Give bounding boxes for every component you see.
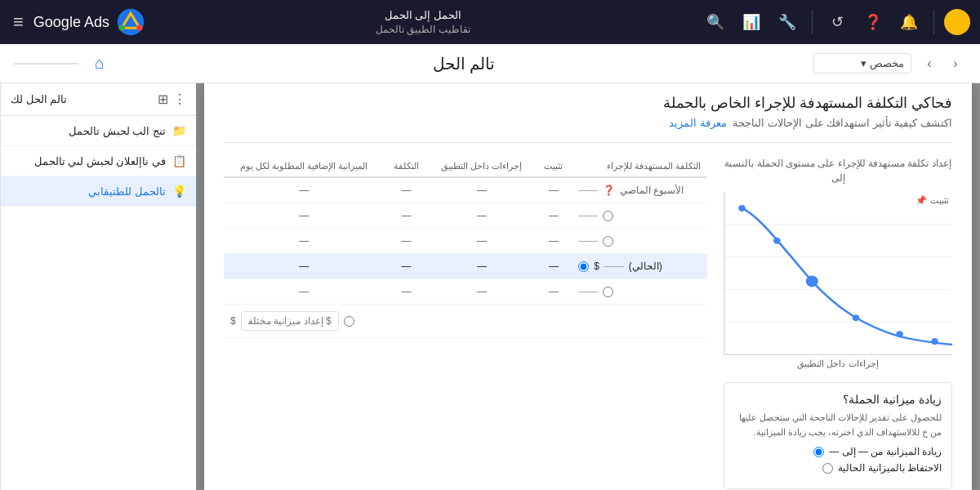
- help-icon[interactable]: ❓: [858, 7, 888, 37]
- google-ads-logo-icon: [116, 7, 145, 37]
- row-inapp-3: —: [428, 229, 535, 254]
- svg-point-8: [738, 205, 746, 212]
- row-inapp-5: —: [428, 279, 535, 305]
- table-row-current: (الحالي) —— $ — — — —: [224, 254, 707, 279]
- pin-icon: 📌: [915, 195, 927, 206]
- budget-option-keep: الاحتفاظ بالميزانية الحالية: [734, 462, 942, 474]
- grid-icon[interactable]: ⊞: [158, 91, 168, 107]
- modal-subtitle: اكتشف كيفية تأثير استهدافك على الإحالات …: [224, 117, 952, 129]
- svg-point-9: [773, 238, 781, 244]
- chart-container: تثبيت 📌: [724, 192, 952, 355]
- sidebar-item-recommendations[interactable]: 💡 تالحمل للطتيقابي: [1, 176, 196, 207]
- row-radio-3[interactable]: [603, 236, 613, 247]
- table-row: —— — — — —: [224, 279, 707, 305]
- modal-divider: [224, 142, 952, 143]
- budget-keep-radio[interactable]: [822, 463, 833, 474]
- right-sidebar: ⋮ ⊞ تالم الحل لك 📁 تنج الب لحبش تالحمل 📋…: [0, 83, 196, 490]
- row-label-container: الأسبوع الماضي ❓ ——: [578, 185, 701, 196]
- custom-budget-cell: $: [224, 305, 707, 338]
- row-radio-2[interactable]: [603, 211, 613, 221]
- row-install-current: —: [536, 254, 572, 279]
- history-icon[interactable]: ↺: [822, 7, 852, 37]
- table-row: —— — — — —: [224, 203, 707, 229]
- more-options-icon[interactable]: ⋮: [173, 91, 186, 107]
- svg-point-12: [896, 331, 903, 337]
- table-row-custom: $: [224, 305, 707, 338]
- svg-point-11: [853, 314, 860, 321]
- budget-description: للحصول على تقدير للإحالات الناجحة التي س…: [734, 411, 942, 439]
- row-budget-3: —: [224, 229, 385, 254]
- table-row: الأسبوع الماضي ❓ —— — — — —: [224, 177, 707, 203]
- row-cpa-5: ——: [572, 279, 707, 305]
- col-header-cpa: التكلفة المستهدفة للإجراء: [572, 156, 707, 177]
- top-navigation: 🔔 ❓ ↺ 🔧 📊 🔍 الحمل إلى الحمل تقاطيب الطبي…: [0, 0, 980, 44]
- row-radio-current[interactable]: [578, 261, 589, 272]
- modal-title: فحاكي التكلفة المستهدفة للإجراء الخاص با…: [224, 94, 952, 112]
- logo-circle: [944, 9, 970, 35]
- search-icon[interactable]: 🔍: [701, 7, 730, 37]
- row-budget-5: —: [224, 279, 385, 305]
- row-budget-current: —: [224, 254, 385, 279]
- row-install-2: —: [536, 203, 572, 229]
- main-layout: فحاكي التكلفة المستهدفة للإجراء الخاص با…: [0, 83, 980, 490]
- budget-section: زيادة ميزانية الحملة؟ للحصول على تقدير ل…: [724, 382, 952, 489]
- row-install-lastweek: —: [536, 177, 572, 203]
- learn-more-link[interactable]: معرفة المزيد: [669, 117, 727, 129]
- question-icon: ❓: [603, 185, 615, 196]
- sidebar-title: تالم الحل لك: [11, 93, 67, 105]
- row-cost-lastweek: —: [385, 177, 429, 203]
- content-area: فحاكي التكلفة المستهدفة للإجراء الخاص با…: [196, 83, 980, 490]
- custom-budget-radio[interactable]: [344, 316, 354, 327]
- page-title: تالم الحل: [352, 54, 577, 74]
- row-cpa-current: (الحالي) —— $: [572, 254, 707, 279]
- chart-x-label: إجراءات داخل التطبيق: [724, 359, 952, 369]
- sidebar-header: ⋮ ⊞ تالم الحل لك: [1, 83, 196, 116]
- nav-divider: [933, 10, 934, 34]
- svg-point-10: [806, 275, 818, 287]
- chart-title: إعداد تكلفة مستهدفة للإجراء على مستوى ال…: [724, 156, 952, 185]
- nav-line: [13, 63, 78, 65]
- nav-forward-button[interactable]: ›: [918, 52, 941, 75]
- svg-point-3: [136, 25, 142, 31]
- row-cpa-2: ——: [572, 203, 707, 229]
- row-inapp-current: —: [428, 254, 535, 279]
- row-cpa-3: ——: [572, 229, 707, 254]
- row-current-container: (الحالي) —— $: [578, 261, 701, 272]
- tools-icon[interactable]: 🔧: [773, 7, 802, 37]
- sidebar-header-icons: ⋮ ⊞: [158, 91, 186, 107]
- budget-title: زيادة ميزانية الحملة؟: [734, 393, 942, 406]
- filter-dropdown[interactable]: مخصص ▾: [813, 53, 911, 74]
- chart-panel: إعداد تكلفة مستهدفة للإجراء على مستوى ال…: [724, 156, 952, 489]
- sub-navigation: ‹ › مخصص ▾ تالم الحل ⌂: [0, 44, 980, 83]
- row-budget-lastweek: —: [224, 177, 385, 203]
- nav-back-button[interactable]: ‹: [944, 52, 967, 75]
- svg-point-13: [931, 338, 938, 345]
- simulator-modal: فحاكي التكلفة المستهدفة للإجراء الخاص با…: [204, 83, 972, 490]
- nav-divider-2: [812, 10, 813, 34]
- row-cost-2: —: [385, 203, 429, 229]
- budget-increase-radio[interactable]: [813, 447, 824, 457]
- chart-icon[interactable]: 📊: [737, 7, 766, 37]
- google-ads-brand: Google Ads: [33, 7, 145, 37]
- custom-budget-row: $: [230, 311, 701, 331]
- row-inapp-2: —: [428, 203, 535, 229]
- chart-pin-label: تثبيت 📌: [915, 195, 949, 206]
- row-budget-2: —: [224, 203, 385, 229]
- sidebar-item-campaigns[interactable]: 📁 تنج الب لحبش تالحمل: [1, 116, 196, 146]
- col-header-cost: التكلفة: [385, 156, 429, 177]
- budget-option-increase: زيادة الميزانية من — إلى —: [734, 446, 942, 457]
- recommendations-icon: 💡: [172, 185, 186, 198]
- menu-icon[interactable]: ≡: [10, 11, 27, 33]
- table-header-row: التكلفة المستهدفة للإجراء تثبيت إجراءات …: [224, 156, 707, 177]
- row-cost-current: —: [385, 254, 429, 279]
- custom-budget-input[interactable]: [241, 311, 339, 331]
- row-radio-5[interactable]: [603, 287, 613, 297]
- modal-overlay: فحاكي التكلفة المستهدفة للإجراء الخاص با…: [196, 83, 980, 490]
- chevron-down-icon: ▾: [861, 57, 866, 69]
- notifications-icon[interactable]: 🔔: [894, 7, 924, 37]
- simulator-table: التكلفة المستهدفة للإجراء تثبيت إجراءات …: [224, 156, 707, 338]
- row-install-5: —: [536, 279, 572, 305]
- row-radio-container: ——: [578, 286, 701, 297]
- sidebar-item-ads[interactable]: 📋 في ناإلعلان لحبش لىي تالحمل: [1, 146, 196, 176]
- home-button[interactable]: ⌂: [85, 49, 114, 78]
